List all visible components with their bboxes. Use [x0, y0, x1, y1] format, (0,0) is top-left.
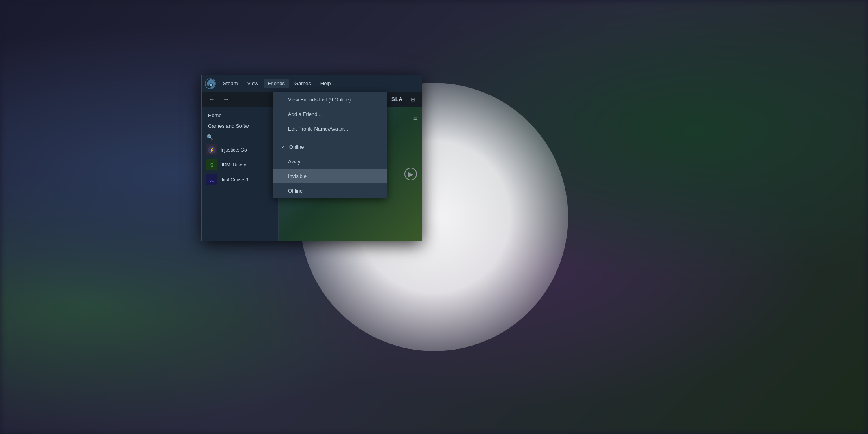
menu-friends[interactable]: Friends: [264, 79, 289, 88]
sidebar-home[interactable]: Home: [202, 110, 278, 121]
game-item-injustice[interactable]: ⚡ Injustice: Go: [202, 142, 278, 157]
dropdown-offline[interactable]: Offline: [273, 183, 387, 198]
friends-dropdown: View Friends List (9 Online) Add a Frien…: [273, 92, 387, 198]
menu-steam[interactable]: Steam: [219, 79, 242, 88]
dropdown-invisible[interactable]: Invisible: [273, 169, 387, 183]
game-name-injustice: Injustice: Go: [221, 147, 247, 153]
sidebar-games-software[interactable]: Games and Softw: [202, 121, 278, 131]
menu-view[interactable]: View: [243, 79, 262, 88]
dropdown-online[interactable]: Online: [273, 140, 387, 154]
play-button[interactable]: ▶: [404, 168, 417, 180]
grid-view-icon[interactable]: ⊞: [409, 95, 417, 103]
svg-text:⚡: ⚡: [209, 147, 215, 153]
dropdown-away[interactable]: Away: [273, 154, 387, 169]
list-icon[interactable]: ≡: [413, 115, 417, 122]
background-blur: [0, 0, 868, 434]
forward-button[interactable]: →: [221, 95, 232, 104]
svg-point-1: [210, 84, 212, 86]
menu-help[interactable]: Help: [316, 79, 335, 88]
game-name-justcause: Just Cause 3: [221, 177, 248, 183]
game-item-justcause[interactable]: JC Just Cause 3: [202, 172, 278, 187]
game-icon-injustice: ⚡: [206, 144, 217, 155]
dropdown-divider-1: [273, 138, 387, 138]
back-button[interactable]: ←: [206, 95, 217, 104]
search-icon: 🔍: [206, 134, 213, 140]
sidebar-search-container: 🔍: [202, 131, 278, 142]
game-item-jdm[interactable]: S JDM: Rise of: [202, 157, 278, 172]
dropdown-edit-profile[interactable]: Edit Profile Name/Avatar...: [273, 122, 387, 136]
dropdown-view-friends[interactable]: View Friends List (9 Online): [273, 92, 387, 107]
game-name-jdm: JDM: Rise of: [221, 162, 248, 168]
dropdown-add-friend[interactable]: Add a Friend...: [273, 107, 387, 122]
game-icon-jdm: S: [206, 159, 217, 170]
menu-games[interactable]: Games: [290, 79, 315, 88]
menu-bar: Steam View Friends Games Help: [202, 75, 422, 92]
steam-logo-icon: [205, 78, 216, 89]
sidebar: Home Games and Softw 🔍 ⚡ Injustice: Go: [202, 107, 279, 241]
nav-sla: SLA: [388, 96, 406, 102]
steam-window: Steam View Friends Games Help ← → STOR N…: [201, 75, 422, 241]
game-icon-justcause: JC: [206, 174, 217, 185]
svg-text:S: S: [210, 162, 214, 168]
svg-text:JC: JC: [210, 179, 214, 183]
